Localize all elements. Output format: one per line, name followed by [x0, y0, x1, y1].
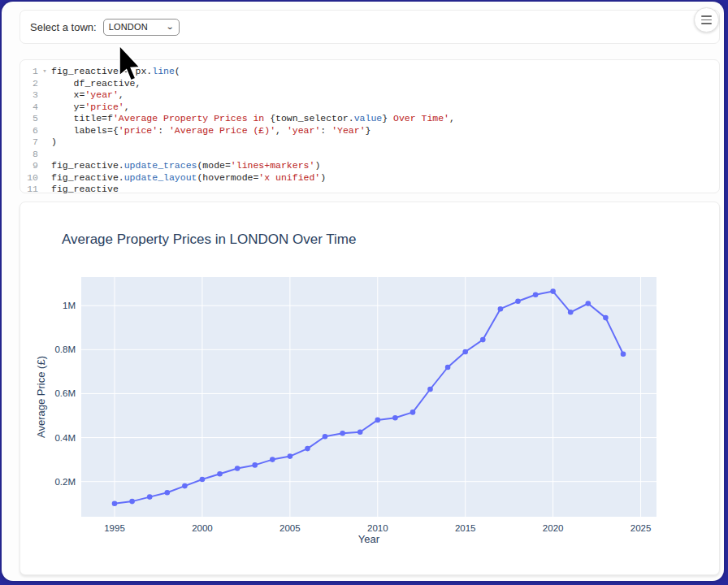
line-number: 1 [20, 66, 38, 78]
fold-gutter [38, 113, 51, 125]
data-point-marker[interactable] [340, 431, 345, 436]
y-tick-label: 0.2M [54, 477, 76, 487]
x-tick-label: 2000 [192, 523, 213, 533]
data-point-marker[interactable] [305, 446, 310, 452]
data-point-marker[interactable] [427, 387, 433, 392]
line-number: 7 [20, 136, 38, 149]
data-point-marker[interactable] [480, 337, 486, 343]
fold-gutter [38, 125, 51, 137]
x-tick-label: 2020 [543, 523, 564, 533]
fold-gutter [38, 149, 51, 161]
code-text: x='year', [51, 89, 124, 102]
code-text: labels={'price': 'Average Price (£)', 'y… [51, 125, 370, 137]
data-point-marker[interactable] [147, 494, 153, 500]
code-lines: 1▾fig_reactive = px.line(2 df_reactive,3… [20, 66, 719, 196]
data-point-marker[interactable] [533, 292, 539, 297]
property-price-chart[interactable]: Average Property Prices in LONDON Over T… [20, 202, 719, 574]
code-line: 4 y='price', [20, 102, 719, 114]
code-text: fig_reactive.update_layout(hovermode='x … [51, 172, 326, 184]
code-text: ) [51, 136, 57, 149]
code-text: y='price', [51, 102, 130, 114]
town-selector-cell: Select a town: LONDON ⌄ [20, 10, 720, 44]
line-number: 11 [20, 184, 38, 196]
code-line: 9fig_reactive.update_traces(mode='lines+… [20, 160, 719, 172]
data-point-marker[interactable] [586, 301, 592, 306]
data-point-marker[interactable] [129, 499, 135, 505]
data-point-marker[interactable] [288, 453, 293, 459]
town-dropdown[interactable]: LONDON ⌄ [103, 19, 180, 36]
code-line: 2 df_reactive, [20, 78, 719, 90]
line-number: 8 [20, 149, 38, 161]
line-number: 4 [20, 102, 38, 114]
data-point-marker[interactable] [410, 410, 416, 415]
data-point-marker[interactable] [515, 299, 521, 305]
y-tick-label: 0.6M [54, 388, 76, 398]
fold-gutter [38, 184, 51, 196]
data-point-marker[interactable] [621, 351, 626, 357]
line-number: 6 [20, 125, 38, 137]
data-point-marker[interactable] [217, 471, 223, 477]
data-point-marker[interactable] [112, 501, 118, 507]
town-dropdown-value: LONDON [109, 22, 167, 32]
app-card: Select a town: LONDON ⌄ 1▾fig_reactive =… [2, 2, 724, 581]
fold-gutter [38, 78, 51, 90]
y-tick-label: 0.4M [54, 433, 76, 443]
code-text: title=f'Average Property Prices in {town… [51, 113, 455, 125]
chart-output-cell: Average Property Prices in LONDON Over T… [20, 202, 720, 575]
line-number: 9 [20, 160, 38, 172]
fold-gutter [38, 160, 51, 172]
menu-button[interactable] [694, 7, 719, 32]
data-point-marker[interactable] [182, 483, 188, 489]
code-editor-cell[interactable]: 1▾fig_reactive = px.line(2 df_reactive,3… [20, 59, 720, 193]
line-number: 3 [20, 89, 38, 102]
fold-arrow-icon[interactable]: ▾ [38, 66, 51, 78]
code-text: fig_reactive.update_traces(mode='lines+m… [51, 160, 320, 172]
code-line: 6 labels={'price': 'Average Price (£)', … [20, 125, 719, 137]
data-point-marker[interactable] [462, 349, 468, 355]
code-line: 1▾fig_reactive = px.line( [20, 66, 719, 78]
y-tick-label: 1M [63, 301, 76, 310]
code-line: 11fig_reactive [20, 184, 719, 196]
hamburger-icon [701, 15, 712, 24]
code-line: 8 [20, 149, 719, 161]
code-text: fig_reactive = px.line( [51, 66, 180, 78]
data-point-marker[interactable] [498, 306, 504, 312]
x-tick-label: 2010 [367, 523, 388, 533]
data-point-marker[interactable] [550, 288, 556, 294]
chart-title: Average Property Prices in LONDON Over T… [62, 232, 356, 247]
code-line: 10fig_reactive.update_layout(hovermode='… [20, 172, 719, 184]
code-line: 7) [20, 136, 719, 149]
line-number: 5 [20, 113, 38, 125]
data-point-marker[interactable] [323, 434, 328, 440]
y-axis-title: Average Price (£) [35, 356, 47, 438]
y-tick-label: 0.8M [54, 344, 76, 354]
fold-gutter [38, 136, 51, 149]
data-point-marker[interactable] [603, 315, 609, 321]
line-number: 2 [20, 78, 38, 90]
code-line: 3 x='year', [20, 89, 719, 102]
data-point-marker[interactable] [165, 490, 171, 496]
x-axis-title: Year [358, 533, 380, 545]
x-tick-label: 1995 [104, 523, 125, 533]
code-text: fig_reactive [51, 184, 119, 196]
data-point-marker[interactable] [392, 415, 398, 421]
data-point-marker[interactable] [568, 310, 574, 315]
fold-gutter [38, 172, 51, 184]
data-point-marker[interactable] [445, 365, 451, 370]
data-point-marker[interactable] [200, 477, 206, 483]
x-tick-label: 2015 [455, 523, 476, 533]
data-point-marker[interactable] [235, 466, 240, 471]
chevron-down-icon: ⌄ [166, 23, 175, 31]
fold-gutter [38, 89, 51, 102]
data-point-marker[interactable] [270, 457, 275, 462]
fold-gutter [38, 102, 51, 114]
line-number: 10 [20, 172, 38, 184]
data-point-marker[interactable] [375, 418, 381, 423]
data-point-marker[interactable] [252, 462, 258, 468]
code-text: df_reactive, [51, 78, 141, 90]
x-tick-label: 2025 [630, 523, 652, 533]
x-tick-label: 2005 [280, 523, 301, 533]
code-line: 5 title=f'Average Property Prices in {to… [20, 113, 719, 125]
data-point-marker[interactable] [358, 430, 363, 436]
town-selector-label: Select a town: [30, 21, 97, 33]
